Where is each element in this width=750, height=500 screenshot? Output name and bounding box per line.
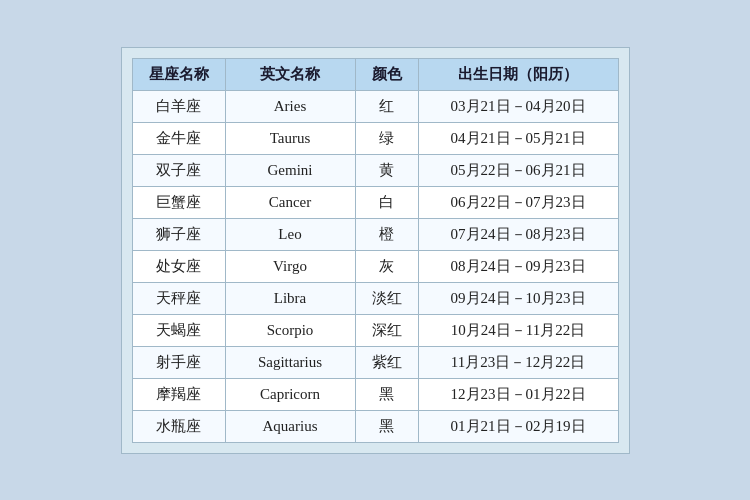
table-header-row: 星座名称 英文名称 颜色 出生日期（阳历） [132, 58, 618, 90]
cell-chinese: 水瓶座 [132, 410, 225, 442]
header-date: 出生日期（阳历） [418, 58, 618, 90]
cell-color: 深红 [355, 314, 418, 346]
cell-english: Aries [225, 90, 355, 122]
cell-date: 04月21日－05月21日 [418, 122, 618, 154]
table-row: 狮子座Leo橙07月24日－08月23日 [132, 218, 618, 250]
cell-color: 灰 [355, 250, 418, 282]
cell-english: Capricorn [225, 378, 355, 410]
cell-date: 11月23日－12月22日 [418, 346, 618, 378]
cell-english: Cancer [225, 186, 355, 218]
zodiac-table: 星座名称 英文名称 颜色 出生日期（阳历） 白羊座Aries红03月21日－04… [132, 58, 619, 443]
table-row: 金牛座Taurus绿04月21日－05月21日 [132, 122, 618, 154]
cell-english: Scorpio [225, 314, 355, 346]
cell-chinese: 金牛座 [132, 122, 225, 154]
cell-color: 黄 [355, 154, 418, 186]
cell-chinese: 狮子座 [132, 218, 225, 250]
cell-date: 07月24日－08月23日 [418, 218, 618, 250]
cell-color: 白 [355, 186, 418, 218]
cell-date: 05月22日－06月21日 [418, 154, 618, 186]
cell-color: 绿 [355, 122, 418, 154]
cell-english: Virgo [225, 250, 355, 282]
table-row: 双子座Gemini黄05月22日－06月21日 [132, 154, 618, 186]
cell-chinese: 天蝎座 [132, 314, 225, 346]
cell-english: Aquarius [225, 410, 355, 442]
table-container: 星座名称 英文名称 颜色 出生日期（阳历） 白羊座Aries红03月21日－04… [121, 47, 630, 454]
header-chinese: 星座名称 [132, 58, 225, 90]
table-row: 射手座Sagittarius紫红11月23日－12月22日 [132, 346, 618, 378]
cell-english: Sagittarius [225, 346, 355, 378]
cell-chinese: 巨蟹座 [132, 186, 225, 218]
cell-chinese: 处女座 [132, 250, 225, 282]
cell-chinese: 天秤座 [132, 282, 225, 314]
cell-chinese: 射手座 [132, 346, 225, 378]
cell-color: 淡红 [355, 282, 418, 314]
cell-date: 01月21日－02月19日 [418, 410, 618, 442]
cell-color: 黑 [355, 378, 418, 410]
cell-chinese: 白羊座 [132, 90, 225, 122]
table-row: 摩羯座Capricorn黑12月23日－01月22日 [132, 378, 618, 410]
cell-color: 橙 [355, 218, 418, 250]
cell-date: 08月24日－09月23日 [418, 250, 618, 282]
cell-color: 黑 [355, 410, 418, 442]
table-row: 处女座Virgo灰08月24日－09月23日 [132, 250, 618, 282]
table-row: 天蝎座Scorpio深红10月24日－11月22日 [132, 314, 618, 346]
table-row: 天秤座Libra淡红09月24日－10月23日 [132, 282, 618, 314]
table-row: 水瓶座Aquarius黑01月21日－02月19日 [132, 410, 618, 442]
cell-chinese: 双子座 [132, 154, 225, 186]
cell-english: Taurus [225, 122, 355, 154]
cell-english: Libra [225, 282, 355, 314]
cell-date: 12月23日－01月22日 [418, 378, 618, 410]
cell-english: Gemini [225, 154, 355, 186]
header-english: 英文名称 [225, 58, 355, 90]
cell-english: Leo [225, 218, 355, 250]
table-row: 白羊座Aries红03月21日－04月20日 [132, 90, 618, 122]
cell-date: 10月24日－11月22日 [418, 314, 618, 346]
cell-color: 紫红 [355, 346, 418, 378]
cell-date: 06月22日－07月23日 [418, 186, 618, 218]
cell-chinese: 摩羯座 [132, 378, 225, 410]
table-row: 巨蟹座Cancer白06月22日－07月23日 [132, 186, 618, 218]
header-color: 颜色 [355, 58, 418, 90]
cell-color: 红 [355, 90, 418, 122]
cell-date: 09月24日－10月23日 [418, 282, 618, 314]
cell-date: 03月21日－04月20日 [418, 90, 618, 122]
